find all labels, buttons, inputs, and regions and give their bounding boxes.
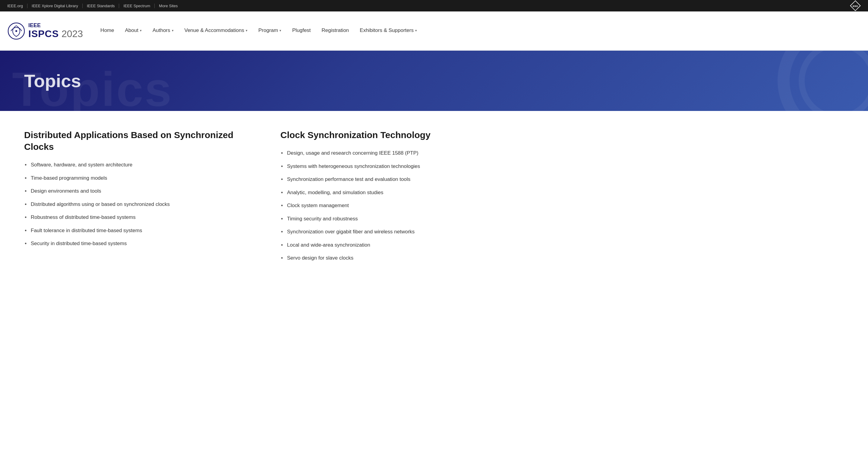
topic-section-1-list: Software, hardware, and system architect… xyxy=(24,161,262,248)
nav-venue-label: Venue & Accommodations xyxy=(185,27,244,33)
nav-about[interactable]: About ▾ xyxy=(119,11,147,51)
logo-ispcs: ISPCS xyxy=(28,28,59,39)
topic-section-2: Clock Synchronization Technology Design,… xyxy=(280,129,519,268)
nav-authors-chevron: ▾ xyxy=(172,29,174,33)
nav-authors[interactable]: Authors ▾ xyxy=(147,11,179,51)
nav-exhibitors-label: Exhibitors & Supporters xyxy=(360,27,414,33)
top-bar-links: IEEE.org IEEE Xplore Digital Library IEE… xyxy=(7,4,182,8)
list-item: Software, hardware, and system architect… xyxy=(24,161,262,169)
nav-plugfest[interactable]: Plugfest xyxy=(287,11,316,51)
topic-section-1-heading: Distributed Applications Based on Synchr… xyxy=(24,129,262,153)
topbar-link-spectrum[interactable]: IEEE Spectrum xyxy=(119,4,155,8)
nav-program-chevron: ▾ xyxy=(279,29,281,33)
ieee-diamond-icon: IEEE xyxy=(850,0,861,11)
top-bar: IEEE.org IEEE Xplore Digital Library IEE… xyxy=(0,0,868,11)
nav-plugfest-label: Plugfest xyxy=(292,27,311,33)
nav-authors-label: Authors xyxy=(153,27,170,33)
ispcs-logo-icon xyxy=(7,22,25,40)
main-nav: IEEE ISPCS 2023 Home About ▾ Authors ▾ V… xyxy=(0,11,868,51)
list-item: Local and wide-area synchronization xyxy=(280,241,519,249)
list-item: Timing security and robustness xyxy=(280,215,519,223)
nav-about-chevron: ▾ xyxy=(140,29,142,33)
topbar-link-more[interactable]: More Sites xyxy=(155,4,182,8)
nav-program[interactable]: Program ▾ xyxy=(253,11,287,51)
nav-registration-label: Registration xyxy=(322,27,349,33)
list-item: Synchronization performance test and eva… xyxy=(280,176,519,183)
nav-items: Home About ▾ Authors ▾ Venue & Accommoda… xyxy=(95,11,861,51)
topic-section-1: Distributed Applications Based on Synchr… xyxy=(24,129,262,268)
logo-text: IEEE ISPCS 2023 xyxy=(28,23,83,39)
nav-home-label: Home xyxy=(100,27,114,33)
topics-grid: Distributed Applications Based on Synchr… xyxy=(24,129,519,268)
nav-exhibitors-chevron: ▾ xyxy=(415,29,417,33)
nav-venue-chevron: ▾ xyxy=(246,29,248,33)
list-item: Design environments and tools xyxy=(24,187,262,195)
nav-registration[interactable]: Registration xyxy=(316,11,354,51)
list-item: Servo design for slave clocks xyxy=(280,254,519,262)
nav-about-label: About xyxy=(125,27,138,33)
list-item: Systems with heterogeneous synchronizati… xyxy=(280,162,519,170)
hero-title: Topics xyxy=(24,70,81,91)
list-item: Distributed algorithms using or based on… xyxy=(24,200,262,208)
nav-venue[interactable]: Venue & Accommodations ▾ xyxy=(179,11,253,51)
logo-year: 2023 xyxy=(59,28,83,39)
nav-program-label: Program xyxy=(258,27,278,33)
ieee-logo-top: IEEE xyxy=(850,0,861,11)
topbar-link-ieee-org[interactable]: IEEE.org xyxy=(7,4,27,8)
nav-home[interactable]: Home xyxy=(95,11,119,51)
topic-section-2-list: Design, usage and research concerning IE… xyxy=(280,149,519,262)
nav-exhibitors[interactable]: Exhibitors & Supporters ▾ xyxy=(354,11,423,51)
site-logo[interactable]: IEEE ISPCS 2023 xyxy=(7,22,83,40)
svg-text:IEEE: IEEE xyxy=(852,5,858,7)
list-item: Design, usage and research concerning IE… xyxy=(280,149,519,157)
list-item: Clock system management xyxy=(280,202,519,210)
topic-section-2-heading: Clock Synchronization Technology xyxy=(280,129,519,141)
topbar-link-xplore[interactable]: IEEE Xplore Digital Library xyxy=(27,4,83,8)
list-item: Time-based programming models xyxy=(24,174,262,182)
hero-banner: Topics xyxy=(0,51,868,111)
list-item: Fault tolerance in distributed time-base… xyxy=(24,227,262,235)
list-item: Robustness of distributed time-based sys… xyxy=(24,213,262,221)
logo-ieee: IEEE xyxy=(28,23,83,29)
svg-point-3 xyxy=(16,30,17,32)
topbar-link-standards[interactable]: IEEE Standards xyxy=(83,4,119,8)
list-item: Synchronization over gigabit fiber and w… xyxy=(280,228,519,236)
list-item: Security in distributed time-based syste… xyxy=(24,240,262,248)
list-item: Analytic, modelling, and simulation stud… xyxy=(280,189,519,196)
main-content: Distributed Applications Based on Synchr… xyxy=(0,111,543,291)
